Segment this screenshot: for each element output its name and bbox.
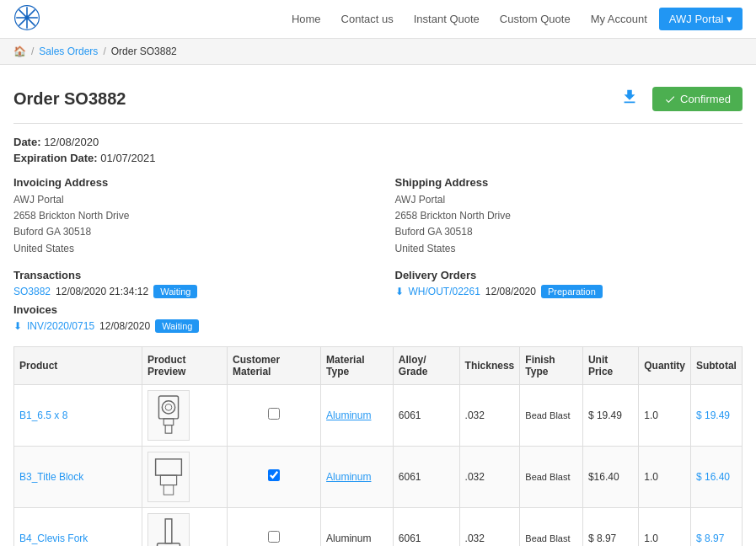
date-value: 12/08/2020 [44,136,99,148]
alloy-cell: 6061 [393,446,459,507]
svg-rect-12 [160,475,176,485]
invoices-title: Invoices [13,303,362,316]
breadcrumb-sep2: / [103,46,105,57]
material-type-cell: Aluminum [321,507,394,546]
subtotal-cell: $ 8.97 [690,507,742,546]
date-field: Date: 12/08/2020 [13,136,743,148]
customer-material-checkbox[interactable] [268,531,280,543]
invoicing-address: Invoicing Address AWJ Portal 2658 Brickt… [13,176,362,257]
material-type-cell: Aluminum [321,384,394,446]
subtotal-cell: $ 19.49 [690,384,742,446]
transactions-row: Transactions SO3882 12/08/2020 21:34:12 … [13,269,743,333]
confirmed-button[interactable]: Confirmed [652,87,743,111]
breadcrumb-current: Order SO3882 [111,46,177,57]
product-link[interactable]: B3_Title Block [19,471,83,483]
transactions-title: Transactions [13,269,362,281]
material-link[interactable]: Aluminum [326,410,371,421]
shipping-address: Shipping Address AWJ Portal 2658 Brickto… [395,176,743,257]
invoicing-line4: United States [13,241,362,257]
unit-price-cell: $ 19.49 [582,384,638,446]
customer-material-cell [228,507,321,546]
nav-instant-quote[interactable]: Instant Quote [405,8,488,30]
order-header: Order SO3882 Confirmed [13,78,743,124]
customer-material-checkbox[interactable] [268,469,280,481]
transaction-link[interactable]: SO3882 [13,286,51,297]
product-image [147,390,190,441]
preview-cell [142,384,228,446]
nav-home[interactable]: Home [283,8,330,30]
main-content: Order SO3882 Confirmed Date: 12/08/2020 … [0,65,756,546]
col-finish: Finish Type [520,346,583,384]
breadcrumb-sales-orders[interactable]: Sales Orders [39,46,98,57]
customer-material-checkbox[interactable] [268,408,280,420]
svg-rect-15 [158,543,180,546]
order-info: Date: 12/08/2020 Expiration Date: 01/07/… [13,136,743,333]
unit-price-cell: $16.40 [582,446,638,507]
invoicing-line3: Buford GA 30518 [13,224,362,240]
transaction-item: SO3882 12/08/2020 21:34:12 Waiting [13,285,362,298]
invoice-download-icon: ⬇ [13,320,22,332]
date-label: Date: [13,136,41,148]
customer-material-cell [228,384,321,446]
subtotal-link[interactable]: $ 19.49 [696,410,730,421]
col-customer-material: Customer Material [228,346,321,384]
shipping-line2: 2658 Brickton North Drive [395,208,743,224]
finish-cell: Bead Blast [520,384,583,446]
col-alloy: Alloy/ Grade [393,346,459,384]
product-link[interactable]: B1_6.5 x 8 [19,410,67,421]
product-cell: B1_6.5 x 8 [14,384,142,446]
col-product: Product [14,346,142,384]
breadcrumb: 🏠 / Sales Orders / Order SO3882 [0,39,756,65]
transactions-block: Transactions SO3882 12/08/2020 21:34:12 … [13,269,362,333]
material-link[interactable]: Aluminum [326,471,371,483]
nav-portal[interactable]: AWJ Portal ▾ [659,8,743,30]
delivery-date: 12/08/2020 [485,286,536,297]
alloy-cell: 6061 [393,507,459,546]
invoicing-title: Invoicing Address [13,176,362,189]
download-button[interactable] [615,88,644,110]
col-quantity: Quantity [639,346,691,384]
shipping-line1: AWJ Portal [395,192,743,208]
invoice-link[interactable]: INV/2020/0715 [27,320,94,332]
product-link[interactable]: B4_Clevis Fork [19,533,88,544]
expiration-value: 01/07/2021 [100,152,155,164]
col-material-type: Material Type [321,346,394,384]
col-unit-price: Unit Price [582,346,638,384]
material-type-cell: Aluminum [321,446,394,507]
subtotal-link[interactable]: $ 16.40 [696,471,730,483]
invoice-date: 12/08/2020 [99,320,150,332]
subtotal-link[interactable]: $ 8.97 [696,533,724,544]
delivery-item: ⬇ WH/OUT/02261 12/08/2020 Preparation [395,285,743,298]
svg-rect-10 [165,425,172,433]
col-preview: Product Preview [142,346,228,384]
nav-custom-quote[interactable]: Custom Quote [491,8,579,30]
nav-links: Home Contact us Instant Quote Custom Quo… [283,8,743,30]
thickness-cell: .032 [459,384,520,446]
confirmed-label: Confirmed [680,93,731,105]
shipping-line3: Buford GA 30518 [395,224,743,240]
quantity-cell: 1.0 [639,384,691,446]
svg-rect-13 [164,484,174,495]
table-header-row: Product Product Preview Customer Materia… [14,346,743,384]
svg-rect-14 [165,519,172,543]
product-image [147,513,190,546]
nav-contact[interactable]: Contact us [333,8,402,30]
table-row: B1_6.5 x 8 Aluminum6061.032Bead Blast$ 1… [14,384,743,446]
invoicing-line2: 2658 Brickton North Drive [13,208,362,224]
product-image [147,452,190,502]
transaction-badge: Waiting [153,285,197,298]
invoicing-line1: AWJ Portal [13,192,362,208]
invoice-badge: Waiting [155,319,199,333]
expiration-label: Expiration Date: [13,152,98,164]
product-cell: B3_Title Block [14,446,142,507]
breadcrumb-home[interactable]: 🏠 [13,46,26,57]
finish-cell: Bead Blast [520,507,583,546]
nav-my-account[interactable]: My Account [582,8,656,30]
logo[interactable] [13,4,40,34]
delivery-link[interactable]: WH/OUT/02261 [409,286,480,297]
breadcrumb-sep1: / [31,46,34,57]
thickness-cell: .032 [459,507,520,546]
delivery-title: Delivery Orders [395,269,743,281]
preview-cell [142,446,228,507]
svg-rect-11 [156,459,182,475]
